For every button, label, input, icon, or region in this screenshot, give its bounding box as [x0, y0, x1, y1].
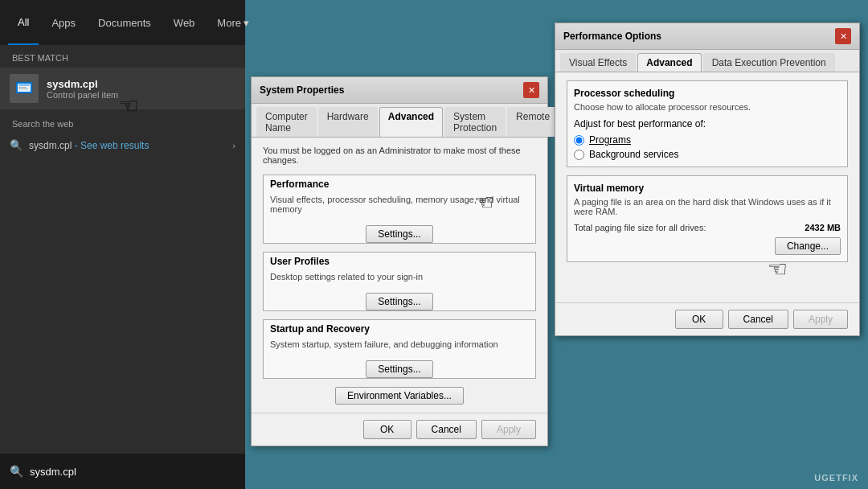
system-properties-dialog: System Properties ✕ Computer Name Hardwa… [251, 76, 548, 446]
result-subtitle: Control panel item [47, 90, 118, 100]
result-title: sysdm.cpl [47, 78, 118, 90]
user-profiles-title: User Profiles [264, 253, 535, 270]
performance-section-title: Performance [264, 175, 535, 193]
startup-recovery-title: Startup and Recovery [264, 320, 535, 338]
perf-ok-button[interactable]: OK [675, 310, 723, 329]
svg-rect-4 [18, 88, 28, 89]
perf-dialog-tabs: Visual Effects Advanced Data Execution P… [555, 50, 859, 72]
tab-visual-effects[interactable]: Visual Effects [560, 53, 636, 72]
best-match-label: Best match [0, 45, 245, 68]
tab-apps[interactable]: Apps [42, 0, 85, 45]
tab-system-protection[interactable]: System Protection [444, 107, 506, 137]
perf-cancel-button[interactable]: Cancel [728, 310, 788, 329]
tab-dep[interactable]: Data Execution Prevention [703, 53, 835, 72]
radio-background[interactable]: Background services [574, 149, 841, 160]
watermark: UGETFIX [814, 473, 858, 483]
performance-options-dialog: Performance Options ✕ Visual Effects Adv… [555, 23, 860, 336]
search-icon: 🔍 [10, 139, 23, 152]
perf-dialog-footer: OK Cancel Apply [555, 302, 859, 335]
svg-rect-3 [18, 87, 27, 88]
tab-advanced[interactable]: Advanced [379, 107, 443, 137]
tab-remote[interactable]: Remote [507, 107, 559, 137]
search-bar: 🔍 [0, 454, 245, 489]
apply-button[interactable]: Apply [481, 420, 536, 439]
perf-dialog-title: Performance Options [563, 31, 661, 42]
web-search-text: sysdm.cpl - See web results [29, 140, 149, 151]
web-search-left: 🔍 sysdm.cpl - See web results [10, 139, 149, 152]
performance-section-desc: Visual effects, processor scheduling, me… [264, 193, 535, 220]
dialog-title: System Properties [260, 84, 344, 96]
processor-scheduling-desc: Choose how to allocate processor resourc… [574, 102, 841, 112]
vm-total-row: Total paging file size for all drives: 2… [574, 223, 841, 232]
performance-settings-button[interactable]: Settings... [366, 225, 432, 243]
search-result-item[interactable]: sysdm.cpl Control panel item [0, 68, 245, 109]
perf-apply-button[interactable]: Apply [793, 310, 848, 329]
tab-more[interactable]: More ▾ [207, 0, 259, 45]
startup-recovery-settings-button[interactable]: Settings... [366, 360, 432, 378]
processor-scheduling-section: Processor scheduling Choose how to alloc… [567, 80, 848, 167]
tab-advanced-perf[interactable]: Advanced [637, 53, 701, 72]
perf-close-button[interactable]: ✕ [835, 28, 851, 44]
web-search-suffix: - See web results [75, 140, 149, 151]
perf-spacer [555, 270, 859, 302]
svg-rect-2 [18, 84, 30, 86]
web-search-item[interactable]: 🔍 sysdm.cpl - See web results › [0, 134, 245, 158]
tab-web[interactable]: Web [164, 0, 205, 45]
search-bar-icon: 🔍 [10, 465, 23, 478]
tab-computer-name[interactable]: Computer Name [256, 107, 317, 137]
vm-total-value: 2432 MB [805, 223, 841, 232]
radio-programs-input[interactable] [574, 135, 584, 146]
perf-dialog-titlebar: Performance Options ✕ [555, 23, 859, 50]
change-button[interactable]: Change... [775, 237, 841, 255]
tab-documents[interactable]: Documents [88, 0, 161, 45]
cancel-button[interactable]: Cancel [416, 420, 477, 439]
user-profiles-settings-button[interactable]: Settings... [366, 293, 432, 310]
search-panel: All Apps Documents Web More ▾ Best match… [0, 0, 245, 489]
result-text: sysdm.cpl Control panel item [47, 78, 118, 100]
search-tabs: All Apps Documents Web More ▾ [0, 0, 245, 45]
virtual-memory-section: Virtual memory A paging file is an area … [567, 175, 848, 262]
user-profiles-desc: Desktop settings related to your sign-in [264, 270, 535, 288]
performance-section: Performance Visual effects, processor sc… [263, 175, 536, 244]
vm-desc: A paging file is an area on the hard dis… [574, 197, 841, 216]
dialog-body: You must be logged on as an Administrato… [252, 138, 547, 413]
ok-button[interactable]: OK [363, 420, 411, 439]
startup-recovery-section: Startup and Recovery System startup, sys… [263, 319, 536, 379]
vm-total-label: Total paging file size for all drives: [574, 223, 706, 232]
environment-variables-button[interactable]: Environment Variables... [335, 387, 464, 405]
radio-programs[interactable]: Programs [574, 134, 841, 146]
processor-scheduling-title: Processor scheduling [574, 88, 841, 99]
tab-hardware[interactable]: Hardware [318, 107, 378, 137]
radio-background-input[interactable] [574, 150, 584, 160]
vm-title: Virtual memory [574, 183, 841, 194]
chevron-right-icon: › [232, 141, 235, 150]
search-input[interactable] [30, 466, 235, 478]
adjust-label: Adjust for best performance of: [574, 118, 841, 129]
search-web-label: Search the web [0, 109, 245, 134]
chevron-down-icon: ▾ [244, 17, 249, 29]
close-button[interactable]: ✕ [523, 82, 539, 98]
result-icon [10, 74, 39, 103]
radio-group: Programs Background services [574, 134, 841, 160]
dialog-titlebar: System Properties ✕ [252, 77, 547, 104]
startup-recovery-desc: System startup, system failure, and debu… [264, 338, 535, 355]
admin-note: You must be logged on as an Administrato… [263, 146, 536, 165]
dialog-tabs: Computer Name Hardware Advanced System P… [252, 104, 547, 138]
tab-all[interactable]: All [8, 0, 39, 45]
user-profiles-section: User Profiles Desktop settings related t… [263, 252, 536, 311]
dialog-footer: OK Cancel Apply [252, 413, 547, 446]
